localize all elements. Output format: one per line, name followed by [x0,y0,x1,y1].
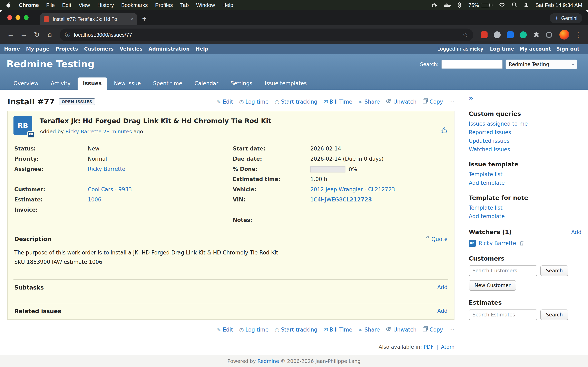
topmenu-help[interactable]: Help [196,46,208,52]
new-tab-button[interactable]: + [142,14,147,23]
edit-action[interactable]: ✎Edit [217,99,233,105]
issue-template-list-link[interactable]: Template list [469,171,581,177]
back-button[interactable]: ← [4,28,17,41]
tab-settings[interactable]: Settings [225,77,258,90]
issue-add-template-link[interactable]: Add template [469,180,581,186]
thumbs-up-icon[interactable] [440,127,448,136]
address-bar[interactable]: ⓘ localhost:3000/issues/77 ☆ [60,28,473,41]
profile-avatar[interactable] [559,30,569,40]
docker-status-icon[interactable] [443,2,451,8]
search-customers-button[interactable]: Search [540,266,568,276]
menu-file[interactable]: File [46,2,55,8]
bill-time-action[interactable]: ✉Bill Time [323,99,352,105]
query-issues-assigned-to-me[interactable]: Issues assigned to me [469,121,581,127]
battery-indicator[interactable]: 75% [468,2,493,8]
add-subtask-link[interactable]: Add [437,284,448,291]
estimate-link[interactable]: 1006 [88,197,101,203]
menu-help[interactable]: Help [222,2,233,8]
tab-issues[interactable]: Issues [78,77,107,90]
search-estimates-input[interactable] [469,309,537,320]
watcher-name-link[interactable]: Ricky Barrette [479,240,516,246]
copy-action[interactable]: Copy [423,326,443,333]
copy-action[interactable]: Copy [423,98,443,105]
query-watched-issues[interactable]: Watched issues [469,146,581,152]
topmenu-my-page[interactable]: My page [26,46,50,52]
redmine-link[interactable]: Redmine [258,358,279,364]
assignee-link[interactable]: Ricky Barrette [88,166,125,172]
unwatch-action[interactable]: Unwatch [386,326,416,333]
start-tracking-action[interactable]: ◷Start tracking [275,327,318,333]
tab-activity[interactable]: Activity [45,77,76,90]
topmenu-customers[interactable]: Customers [84,46,113,52]
menu-chrome[interactable]: Chrome [19,2,39,8]
apple-menu-icon[interactable] [6,2,11,8]
menu-view[interactable]: View [79,2,90,8]
topmenu-my-account[interactable]: My account [519,46,551,52]
topmenu-vehicles[interactable]: Vehicles [120,46,143,52]
tab-spent-time[interactable]: Spent time [148,77,188,90]
atom-link[interactable]: Atom [441,344,454,350]
share-action[interactable]: ∞Share [359,99,380,105]
search-estimates-button[interactable]: Search [540,309,568,320]
note-add-template-link[interactable]: Add template [469,213,581,219]
menu-edit[interactable]: Edit [62,2,71,8]
reload-button[interactable]: ↻ [30,28,43,41]
collapse-sidebar-icon[interactable]: » [469,94,473,102]
close-tab-icon[interactable]: × [130,16,134,22]
menu-bar-clock[interactable]: Sat Feb 14 9:34 AM [535,2,582,8]
minimize-window-button[interactable] [16,15,20,20]
browser-menu-icon[interactable]: ⋮ [575,31,581,39]
more-actions-icon[interactable]: ⋯ [449,99,454,105]
forward-button[interactable]: → [17,28,30,41]
unwatch-action[interactable]: Unwatch [386,98,416,105]
extensions-puzzle-icon[interactable] [533,31,540,38]
start-tracking-action[interactable]: ◷Start tracking [275,99,318,105]
coffee-status-icon[interactable] [431,2,437,8]
delete-watcher-icon[interactable] [519,241,524,246]
site-info-icon[interactable]: ⓘ [65,31,70,38]
edit-action[interactable]: ✎Edit [217,327,233,333]
open-issues-badge[interactable]: OPEN ISSUES [59,98,95,105]
customer-link[interactable]: Cool Cars - 9933 [88,186,132,192]
query-reported-issues[interactable]: Reported issues [469,129,581,135]
tab-new-issue[interactable]: New issue [109,77,146,90]
pdf-link[interactable]: PDF [424,344,434,350]
search-customers-input[interactable] [469,266,537,276]
quote-action[interactable]: “ Quote [425,236,448,242]
extension-blue-square-icon[interactable] [507,31,514,38]
topmenu-sign-out[interactable]: Sign out [556,46,579,52]
vin-link[interactable]: 1C4HJWEG8CL212723 [310,197,372,203]
link-status-icon[interactable] [457,2,462,8]
project-selector[interactable]: Redmine Testing ▾ [506,59,577,69]
log-time-action[interactable]: ◷Log time [239,327,268,333]
topmenu-home[interactable]: Home [4,46,20,52]
menu-window[interactable]: Window [196,2,215,8]
extension-red-shield-icon[interactable] [481,31,488,38]
add-watcher-link[interactable]: Add [571,229,581,235]
wifi-icon[interactable] [499,2,506,8]
vehicle-link[interactable]: 2012 Jeep Wrangler - CL212723 [310,186,395,192]
topmenu-log-time[interactable]: Log time [490,46,514,52]
close-window-button[interactable] [7,15,12,20]
add-related-issue-link[interactable]: Add [437,308,448,314]
tab-calendar[interactable]: Calendar [189,77,224,90]
menu-tab[interactable]: Tab [180,2,189,8]
author-link[interactable]: Ricky Barrette [65,128,102,134]
new-customer-button[interactable]: New Customer [469,280,516,291]
menu-profiles[interactable]: Profiles [155,2,173,8]
bill-time-action[interactable]: ✉Bill Time [323,327,352,333]
share-action[interactable]: ∞Share [359,327,380,333]
topmenu-administration[interactable]: Administration [149,46,190,52]
extension-clip-icon[interactable] [494,31,501,38]
menu-history[interactable]: History [97,2,114,8]
browser-tab[interactable]: Install #77: Teraflex Jk: Hd Fo × [40,13,137,25]
bookmark-star-icon[interactable]: ☆ [462,31,468,38]
tab-overview[interactable]: Overview [8,77,44,90]
extension-grammarly-icon[interactable] [520,31,527,38]
fullscreen-window-button[interactable] [24,15,29,20]
query-updated-issues[interactable]: Updated issues [469,138,581,144]
note-template-list-link[interactable]: Template list [469,205,581,211]
home-button[interactable]: ⌂ [43,28,56,41]
gemini-button[interactable]: ✦ Gemini [549,13,582,23]
topmenu-projects[interactable]: Projects [56,46,78,52]
